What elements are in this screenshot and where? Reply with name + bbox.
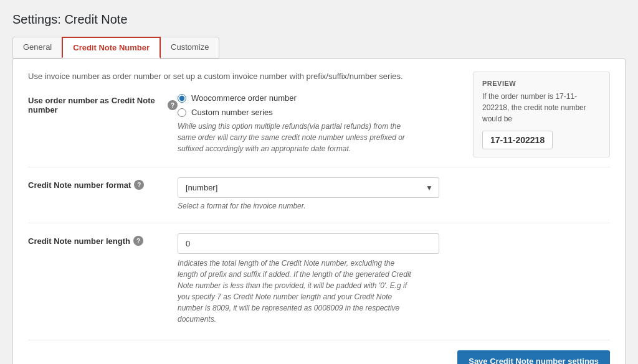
tab-general[interactable]: General — [12, 37, 62, 58]
card-intro-text: Use invoice number as order number or se… — [28, 72, 477, 81]
use-order-number-label: Use order number as Credit Note number ? — [28, 93, 178, 114]
number-format-help-icon[interactable]: ? — [134, 180, 144, 190]
number-length-help-icon[interactable]: ? — [133, 236, 143, 246]
tab-customize[interactable]: Customize — [160, 37, 219, 58]
number-length-input[interactable] — [178, 233, 439, 254]
use-order-number-help-icon[interactable]: ? — [168, 100, 178, 110]
number-format-select[interactable]: [number] [number]-[year] [year]-[number]… — [178, 177, 439, 198]
number-length-controls: Indicates the total length of the Credit… — [178, 233, 439, 325]
save-button[interactable]: Save Credit Note number settings — [457, 350, 610, 364]
number-length-row: Credit Note number length ? Indicates th… — [28, 233, 610, 325]
tabs-bar: General Credit Note Number Customize — [12, 37, 626, 58]
radio-custom[interactable]: Custom number series — [178, 108, 439, 117]
tab-credit-note-number[interactable]: Credit Note Number — [62, 37, 161, 58]
order-number-italic-note: While using this option multiple refunds… — [178, 121, 414, 154]
number-length-hint: Indicates the total length of the Credit… — [178, 258, 414, 325]
radio-custom-label: Custom number series — [191, 108, 273, 117]
radio-woocommerce[interactable]: Woocommerce order number — [178, 93, 439, 103]
number-format-hint: Select a format for the invoice number. — [178, 202, 439, 210]
number-length-label: Credit Note number length ? — [28, 233, 178, 246]
preview-desc: If the order number is 17-11-202218, the… — [482, 91, 601, 124]
number-format-row: Credit Note number format ? [number] [nu… — [28, 177, 610, 210]
radio-woocommerce-input[interactable] — [178, 94, 186, 103]
radio-custom-input[interactable] — [178, 108, 186, 117]
number-format-controls: [number] [number]-[year] [year]-[number]… — [178, 177, 439, 210]
number-format-select-wrap: [number] [number]-[year] [year]-[number]… — [178, 177, 439, 198]
divider-1 — [28, 167, 610, 167]
number-format-label: Credit Note number format ? — [28, 177, 178, 190]
divider-2 — [28, 223, 610, 223]
settings-card: Use invoice number as order number or se… — [12, 58, 626, 364]
footer-bar: Save Credit Note number settings — [28, 340, 610, 364]
preview-box: PREVIEW If the order number is 17-11-202… — [473, 72, 610, 157]
preview-label: PREVIEW — [482, 80, 601, 87]
preview-value: 17-11-202218 — [482, 131, 553, 149]
use-order-number-controls: Woocommerce order number Custom number s… — [178, 93, 439, 154]
radio-group-order-number: Woocommerce order number Custom number s… — [178, 93, 439, 117]
radio-woocommerce-label: Woocommerce order number — [191, 93, 297, 103]
page-title: Settings: Credit Note — [12, 12, 626, 27]
